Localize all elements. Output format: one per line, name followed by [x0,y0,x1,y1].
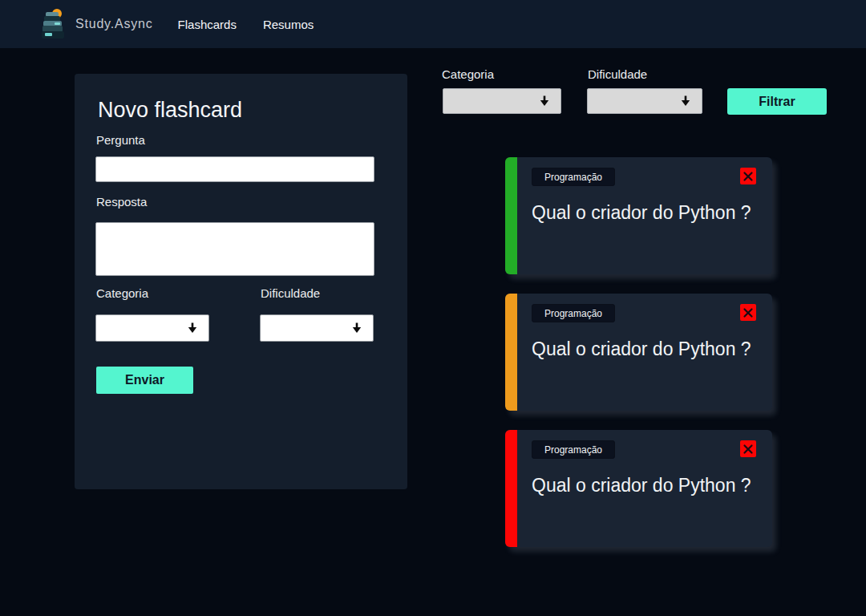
flashcard: Programação Qual o criador do Python ? [505,294,772,411]
nav-link-resumos[interactable]: Resumos [263,18,314,31]
close-icon[interactable] [740,304,756,321]
close-icon[interactable] [740,168,756,184]
filter-category-label: Categoria [442,67,494,81]
dropdown-arrow-icon [679,95,692,107]
form-category-select[interactable] [95,314,209,342]
flashcard-question: Qual o criador do Python ? [532,202,756,224]
difficulty-accent-bar [505,294,517,411]
question-label: Pergunta [96,133,145,147]
flashcard-question: Qual o criador do Python ? [532,475,756,496]
nav-link-flashcards[interactable]: Flashcards [178,18,237,31]
close-icon[interactable] [740,440,756,457]
answer-label: Resposta [96,195,147,209]
form-category-label: Categoria [96,286,148,300]
book-stack-logo-icon [38,6,67,42]
filter-difficulty-select[interactable] [587,88,702,114]
brand-title: Study.Async [75,17,153,31]
panel-title: Novo flashcard [98,98,242,123]
difficulty-accent-bar [505,157,517,274]
dropdown-arrow-icon [538,95,551,107]
flashcard: Programação Qual o criador do Python ? [505,430,772,547]
navbar: Study.Async Flashcards Resumos [0,0,866,48]
category-badge: Programação [532,440,615,459]
flashcard: Programação Qual o criador do Python ? [505,157,772,274]
difficulty-accent-bar [505,430,517,547]
form-difficulty-label: Dificuldade [261,286,320,300]
app-window: Study.Async Flashcards Resumos Novo flas… [0,0,866,616]
submit-button[interactable]: Enviar [96,367,193,394]
flashcard-question: Qual o criador do Python ? [532,338,756,360]
filter-difficulty-label: Dificuldade [588,67,647,81]
filter-button[interactable]: Filtrar [727,88,827,115]
dropdown-arrow-icon [350,322,363,334]
dropdown-arrow-icon [186,322,199,334]
filter-category-select[interactable] [443,88,561,114]
category-badge: Programação [532,304,615,322]
nav-links: Flashcards Resumos [178,18,314,31]
question-input[interactable] [95,156,374,182]
answer-textarea[interactable] [95,222,374,276]
new-flashcard-panel: Novo flashcard Pergunta Resposta Categor… [75,74,407,489]
category-badge: Programação [532,168,615,186]
form-difficulty-select[interactable] [260,314,374,342]
